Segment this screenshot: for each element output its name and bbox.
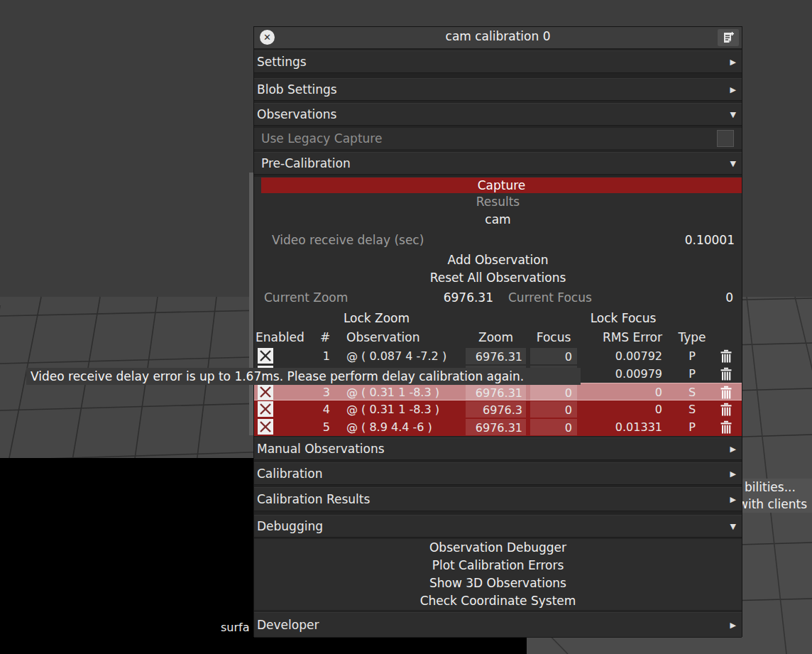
row-observation: @ ( 0.087 4 -7.2 ) [346,347,446,365]
debugging-content: Observation Debugger Plot Calibration Er… [254,539,742,610]
chevron-right-icon: ▶ [730,51,736,73]
section-manual-observations-label: Manual Observations [257,442,385,456]
col-observation: Observation [346,329,420,346]
observation-table-header: Enabled # Observation Zoom Focus RMS Err… [254,329,742,347]
chevron-down-icon: ▼ [730,104,736,126]
video-delay-value[interactable]: 0.10001 [685,229,735,251]
chevron-right-icon: ▶ [730,613,736,638]
chevron-right-icon: ▶ [730,488,736,511]
fragment-line-1: bilities... [745,479,812,496]
add-note-icon [722,31,735,44]
zoom-field[interactable]: 6976.31 [466,419,526,435]
use-legacy-capture-row: Use Legacy Capture [254,128,742,149]
rms-error-value: 0.01331 [584,418,662,436]
focus-field[interactable]: 0 [530,419,577,435]
current-focus-label: Current Focus [508,286,592,310]
show-3d-observations-button[interactable]: Show 3D Observations [254,574,742,592]
rms-error-value: 0.00792 [584,347,662,365]
scene-surface-label: surfa [221,621,250,634]
section-observations[interactable]: Observations ▼ [254,103,742,126]
col-focus: Focus [530,329,577,346]
rms-error-value: 0 [584,400,662,418]
type-value: S [674,383,710,401]
add-observation-button[interactable]: Add Observation [254,251,742,269]
current-zoom-focus-row: Current Zoom 6976.31 Current Focus 0 [254,286,742,310]
focus-field[interactable]: 0 [530,384,577,400]
col-enabled: Enabled [256,329,304,346]
section-settings-label: Settings [257,55,307,69]
table-row[interactable]: 4 @ ( 0.31 1 -8.3 ) 6976.3 0 0 S [254,400,742,418]
type-value: S [674,400,710,418]
viewport-black-area-bottom [253,637,527,654]
chevron-right-icon: ▶ [730,438,736,460]
section-manual-observations[interactable]: Manual Observations ▶ [254,437,742,460]
row-number: 1 [293,347,330,365]
section-debugging[interactable]: Debugging ▼ [254,515,742,538]
enabled-checkbox[interactable] [258,384,273,400]
trash-icon[interactable] [719,403,735,417]
section-settings[interactable]: Settings ▶ [254,50,742,73]
row-observation: @ ( 8.9 4.4 -6 ) [346,418,432,436]
row-observation: @ ( 0.31 1 -8.3 ) [346,400,439,418]
rms-error-value: 0 [584,383,662,401]
trash-icon[interactable] [719,367,735,381]
panel-titlebar[interactable]: ✕ cam calibration 0 [254,27,742,49]
trash-icon[interactable] [719,386,735,400]
lock-focus-button[interactable]: Lock Focus [563,310,684,327]
zoom-field[interactable]: 6976.31 [466,384,526,400]
section-observations-label: Observations [257,107,336,121]
row-number: 3 [293,383,330,401]
chevron-right-icon: ▶ [730,79,736,101]
section-calibration-results[interactable]: Calibration Results ▶ [254,487,742,511]
section-pre-calibration-label: Pre-Calibration [261,156,351,170]
zoom-field[interactable]: 6976.31 [466,348,526,364]
current-zoom-label: Current Zoom [264,286,348,310]
reset-all-observations-button[interactable]: Reset All Observations [254,269,742,286]
trash-icon[interactable] [719,349,735,364]
type-value: P [674,347,710,365]
check-coordinate-system-button[interactable]: Check Coordinate System [254,592,742,610]
table-row[interactable]: 5 @ ( 8.9 4.4 -6 ) 6976.31 0 0.01331 P [254,418,742,436]
results-label: Results [254,193,742,211]
section-calibration-label: Calibration [257,467,323,481]
section-blob-settings-label: Blob Settings [257,82,337,97]
enabled-checkbox[interactable] [258,419,273,435]
section-calibration-results-label: Calibration Results [257,492,370,506]
panel-title: cam calibration 0 [254,29,742,43]
row-number: 5 [293,418,330,436]
enabled-checkbox[interactable] [258,401,273,417]
use-legacy-capture-checkbox[interactable] [717,130,734,147]
row-number: 4 [293,400,330,418]
section-calibration[interactable]: Calibration ▶ [254,462,742,485]
enabled-checkbox[interactable] [258,348,273,364]
focus-field[interactable]: 0 [530,348,577,364]
zoom-field[interactable]: 6976.3 [466,401,526,418]
table-row[interactable]: 1 @ ( 0.087 4 -7.2 ) 6976.31 0 0.00792 P [254,347,742,365]
col-number: # [318,329,332,346]
use-legacy-capture-label: Use Legacy Capture [254,131,382,146]
chevron-down-icon: ▼ [730,516,736,538]
type-value: P [674,418,710,436]
chevron-right-icon: ▶ [730,463,736,485]
current-zoom-value: 6976.31 [433,286,493,310]
capture-button[interactable]: Capture [261,178,742,193]
type-value: P [674,365,710,383]
table-row[interactable]: 3 @ ( 0.31 1 -8.3 ) 6976.31 0 0 S [254,383,742,400]
section-pre-calibration[interactable]: Pre-Calibration ▼ [254,152,742,175]
col-rms-error: RMS Error [584,329,662,346]
section-debugging-label: Debugging [257,519,323,533]
plot-calibration-errors-button[interactable]: Plot Calibration Errors [254,557,742,574]
chevron-down-icon: ▼ [730,153,736,175]
lock-zoom-button[interactable]: Lock Zoom [318,310,435,327]
cam-calibration-panel: ✕ cam calibration 0 Settings ▶ Blob Sett… [253,26,742,637]
pre-calibration-content: Capture Results cam Video receive delay … [254,177,742,436]
viewport-black-area-left [0,458,253,654]
delay-warning-tooltip: Video receive delay error is up to 1.67m… [26,368,581,385]
section-blob-settings[interactable]: Blob Settings ▶ [254,78,742,101]
observation-debugger-button[interactable]: Observation Debugger [254,539,742,557]
trash-icon[interactable] [719,420,735,435]
section-developer[interactable]: Developer ▶ [254,612,742,638]
row-observation: @ ( 0.31 1 -8.3 ) [346,383,439,401]
focus-field[interactable]: 0 [530,401,577,418]
add-note-button[interactable] [718,29,739,46]
